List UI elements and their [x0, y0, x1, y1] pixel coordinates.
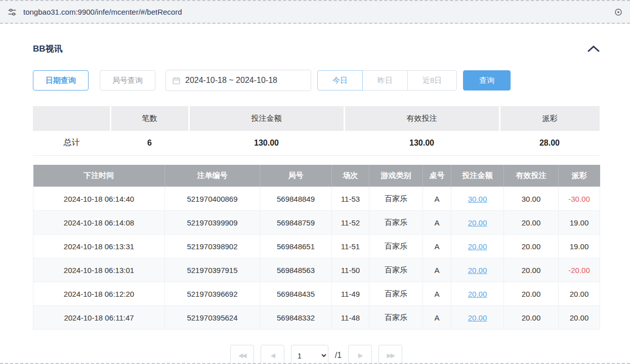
quick-last8days-button[interactable]: 近8日	[407, 70, 457, 90]
table-row: 2024-10-18 06:11:47 521970395624 5698483…	[33, 306, 600, 330]
page-select[interactable]: 1	[291, 345, 328, 364]
summary-bet-amount: 130.00	[189, 131, 344, 155]
table-row: 2024-10-18 06:14:08 521970399909 5698487…	[33, 211, 600, 235]
page-total-label: /1	[335, 351, 342, 360]
round-query-button[interactable]: 局号查询	[100, 70, 155, 90]
game-type: 百家乐	[369, 282, 423, 306]
date-range-value: 2024-10-18 ~ 2024-10-18	[185, 76, 277, 85]
prev-page-icon: ◀	[271, 352, 274, 359]
col-header-session: 场次	[332, 165, 369, 187]
last-page-button[interactable]: ▶▶	[379, 345, 402, 364]
first-page-icon: ◀◀	[238, 352, 245, 359]
eye-icon[interactable]	[614, 8, 623, 17]
order-no: 521970399909	[165, 211, 260, 235]
bet-amount-link[interactable]: 20.00	[468, 313, 487, 322]
table-no: A	[423, 211, 451, 235]
round-no: 569848759	[260, 211, 332, 235]
valid-bet: 20.00	[504, 258, 559, 282]
payout: 20.00	[559, 282, 600, 306]
bet-amount-cell: 20.00	[451, 235, 504, 258]
calendar-icon	[172, 76, 181, 85]
game-type: 百家乐	[369, 211, 423, 235]
pagination: ◀◀ ◀ 1 /1 ▶ ▶▶	[33, 345, 600, 364]
table-no: A	[423, 235, 451, 258]
date-query-button[interactable]: 日期查询	[33, 70, 89, 90]
session: 11-52	[332, 211, 369, 235]
payout: 20.00	[559, 306, 600, 330]
valid-bet: 20.00	[504, 282, 559, 306]
table-row: 2024-10-18 06:13:31 521970398902 5698486…	[33, 235, 600, 258]
bet-amount-link[interactable]: 20.00	[468, 290, 487, 298]
col-header-round-no: 局号	[260, 165, 332, 187]
bet-amount-cell: 30.00	[451, 187, 504, 211]
table-no: A	[423, 187, 451, 211]
date-range-picker[interactable]: 2024-10-18 ~ 2024-10-18	[165, 70, 311, 91]
round-no: 569848563	[260, 258, 332, 282]
bet-amount-link[interactable]: 30.00	[468, 195, 487, 203]
game-type: 百家乐	[369, 258, 423, 282]
site-settings-icon[interactable]	[7, 7, 17, 17]
summary-header-valid-bet: 有效投注	[344, 106, 499, 131]
round-no: 569848332	[260, 306, 332, 330]
round-no: 569848651	[260, 235, 332, 258]
last-page-icon: ▶▶	[387, 352, 394, 359]
payout: 19.00	[559, 235, 600, 258]
session: 11-53	[332, 187, 369, 211]
table-no: A	[423, 282, 451, 306]
prev-page-button[interactable]: ◀	[261, 345, 284, 364]
summary-total-label: 总计	[33, 131, 110, 155]
col-header-payout: 派彩	[559, 165, 600, 187]
game-type: 百家乐	[369, 235, 423, 258]
address-bar[interactable]: tongbao31.com:9900/infe/mcenter/#/betRec…	[0, 0, 630, 24]
session: 11-51	[332, 235, 369, 258]
table-row: 2024-10-18 06:12:20 521970396692 5698484…	[33, 282, 600, 306]
payout: 19.00	[559, 211, 600, 235]
col-header-order-no: 注单编号	[165, 165, 260, 187]
summary-table: 笔数 投注金额 有效投注 派彩 总计 6 130.00 130.00 28.00	[33, 106, 600, 156]
payout: -30.00	[559, 187, 600, 211]
summary-header-bet-amount: 投注金额	[189, 106, 344, 131]
order-no: 521970395624	[165, 306, 260, 330]
filter-row: 日期查询 局号查询 2024-10-18 ~ 2024-10-18 今日 昨日 …	[33, 70, 600, 91]
round-no: 569848849	[260, 187, 332, 211]
bet-time: 2024-10-18 06:12:20	[33, 282, 165, 306]
first-page-button[interactable]: ◀◀	[230, 345, 254, 364]
bet-amount-link[interactable]: 20.00	[468, 242, 487, 251]
col-header-game-type: 游戏类别	[369, 165, 423, 187]
session: 11-48	[332, 306, 369, 330]
bet-amount-cell: 20.00	[451, 211, 504, 235]
bet-amount-cell: 20.00	[451, 306, 504, 330]
bet-amount-link[interactable]: 20.00	[468, 266, 487, 275]
game-type: 百家乐	[369, 187, 423, 211]
page-title: BB视讯	[33, 43, 63, 55]
bet-time: 2024-10-18 06:13:31	[33, 235, 165, 258]
bet-time: 2024-10-18 06:14:08	[33, 211, 165, 235]
col-header-table-no: 桌号	[423, 165, 451, 187]
bet-amount-link[interactable]: 20.00	[468, 218, 487, 227]
col-header-bet-time: 下注时间	[33, 165, 165, 187]
summary-header-payout: 派彩	[499, 106, 600, 131]
valid-bet: 20.00	[504, 211, 559, 235]
col-header-bet-amount: 投注金额	[451, 165, 504, 187]
valid-bet: 20.00	[504, 235, 559, 258]
quick-today-button[interactable]: 今日	[317, 70, 363, 90]
round-no: 569848435	[260, 282, 332, 306]
bet-amount-cell: 20.00	[451, 282, 504, 306]
url-text[interactable]: tongbao31.com:9900/infe/mcenter/#/betRec…	[23, 8, 608, 16]
payout: -20.00	[559, 258, 600, 282]
order-no: 521970397915	[165, 258, 260, 282]
valid-bet: 20.00	[504, 306, 559, 330]
session: 11-50	[332, 258, 369, 282]
game-type: 百家乐	[369, 306, 423, 330]
table-no: A	[423, 258, 451, 282]
quick-yesterday-button[interactable]: 昨日	[362, 70, 408, 90]
bet-time: 2024-10-18 06:14:40	[33, 187, 165, 211]
summary-payout: 28.00	[499, 131, 600, 155]
summary-count: 6	[110, 131, 189, 155]
search-button[interactable]: 查询	[463, 70, 511, 90]
collapse-chevron-icon[interactable]	[587, 46, 600, 52]
order-no: 521970396692	[165, 282, 260, 306]
order-no: 521970398902	[165, 235, 260, 258]
next-page-button[interactable]: ▶	[348, 345, 372, 364]
table-row: 2024-10-18 06:14:40 521970400869 5698488…	[33, 187, 600, 211]
